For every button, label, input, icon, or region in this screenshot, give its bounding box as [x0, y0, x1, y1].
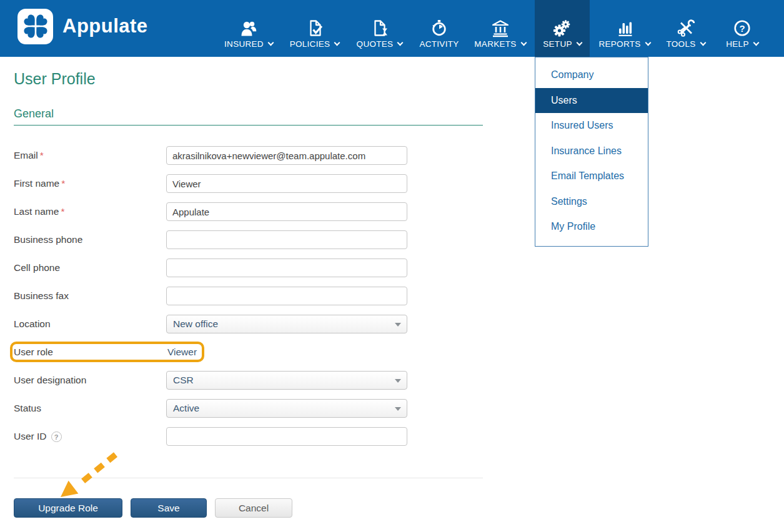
last-name-label: Last name*	[14, 206, 166, 217]
user-role-label: User role	[14, 347, 166, 358]
user-designation-label: User designation	[14, 375, 166, 386]
nav-item-help[interactable]: ? HELP	[716, 0, 768, 57]
form-row-business-phone: Business phone	[14, 230, 483, 249]
stopwatch-icon	[430, 15, 449, 37]
nav-label-setup: SETUP	[543, 39, 572, 49]
form-row-email: Email*	[14, 146, 483, 165]
nav-item-insured[interactable]: INSURED	[220, 0, 277, 57]
menu-item-settings[interactable]: Settings	[535, 189, 648, 215]
nav-item-reports[interactable]: REPORTS	[593, 0, 655, 57]
required-marker: *	[61, 206, 64, 217]
form-row-status: Status Active	[14, 399, 483, 418]
form-row-business-fax: Business fax	[14, 287, 483, 305]
chevron-down-icon	[395, 379, 401, 383]
chevron-down-icon	[520, 40, 527, 46]
status-select[interactable]: Active	[166, 399, 407, 418]
footer-divider	[14, 478, 483, 478]
brand-name: Appulate	[62, 15, 148, 37]
email-field[interactable]	[166, 146, 407, 165]
menu-item-my-profile[interactable]: My Profile	[535, 214, 648, 240]
form-row-user-id: User ID?	[14, 427, 483, 446]
menu-item-company[interactable]: Company	[535, 62, 648, 88]
email-label: Email*	[14, 150, 166, 161]
help-tooltip-icon[interactable]: ?	[51, 431, 62, 442]
nav-item-setup[interactable]: SETUP	[535, 0, 590, 57]
cell-phone-field[interactable]	[166, 259, 407, 277]
tools-icon	[677, 15, 695, 37]
business-phone-field[interactable]	[166, 230, 407, 249]
nav-item-policies[interactable]: POLICIES	[285, 0, 344, 57]
menu-item-insurance-lines[interactable]: Insurance Lines	[535, 139, 648, 164]
menu-item-users[interactable]: Users	[535, 88, 648, 114]
bar-chart-icon	[615, 15, 634, 37]
business-fax-label: Business fax	[14, 290, 166, 302]
first-name-field[interactable]	[166, 174, 407, 193]
annotation-arrow-icon	[53, 450, 128, 503]
business-phone-label: Business phone	[14, 234, 166, 245]
required-marker: *	[40, 150, 44, 160]
document-hourglass-icon	[370, 15, 389, 37]
last-name-field[interactable]	[166, 202, 407, 221]
cell-phone-label: Cell phone	[14, 262, 166, 273]
setup-dropdown-menu: Company Users Insured Users Insurance Li…	[535, 57, 648, 247]
nav-label-reports: REPORTS	[598, 39, 640, 49]
section-header-general: General	[14, 107, 483, 126]
nav-label-activity: ACTIVITY	[419, 39, 459, 49]
chevron-down-icon	[753, 40, 759, 46]
cancel-button[interactable]: Cancel	[215, 498, 292, 518]
chevron-down-icon	[267, 40, 274, 46]
nav-label-quotes: QUOTES	[357, 39, 394, 49]
form-row-first-name: First name*	[14, 174, 483, 193]
gears-icon	[552, 15, 572, 37]
chevron-down-icon	[397, 40, 404, 46]
people-icon	[239, 15, 258, 37]
question-icon: ?	[733, 15, 752, 37]
nav-item-activity[interactable]: ACTIVITY	[411, 0, 467, 57]
document-check-icon	[305, 15, 324, 37]
chevron-down-icon	[700, 40, 706, 46]
first-name-label: First name*	[14, 178, 166, 189]
form-row-last-name: Last name*	[14, 202, 483, 221]
user-role-value: Viewer	[167, 347, 197, 358]
required-marker: *	[61, 178, 65, 189]
clover-logo-icon	[17, 9, 53, 44]
form-row-user-designation: User designation CSR	[14, 371, 483, 390]
upgrade-role-button[interactable]: Upgrade Role	[14, 498, 122, 518]
nav-label-help: HELP	[726, 39, 748, 49]
app-logo[interactable]: Appulate	[17, 7, 148, 45]
chevron-down-icon	[395, 407, 401, 411]
status-label: Status	[14, 403, 166, 414]
top-navbar: Appulate INSURED POLICIES	[0, 0, 784, 57]
nav-label-markets: MARKETS	[474, 39, 516, 49]
form-row-user-role: User role Viewer	[14, 343, 483, 362]
svg-text:?: ?	[739, 23, 745, 34]
nav-label-policies: POLICIES	[290, 39, 330, 49]
user-designation-select[interactable]: CSR	[166, 371, 407, 390]
form-row-cell-phone: Cell phone	[14, 259, 483, 277]
form-row-location: Location New office	[14, 315, 483, 333]
chevron-down-icon	[576, 40, 582, 46]
menu-item-insured-users[interactable]: Insured Users	[535, 113, 648, 139]
user-designation-select-value: CSR	[173, 375, 194, 386]
user-id-field[interactable]	[166, 427, 407, 446]
location-label: Location	[14, 318, 166, 330]
location-select-value: New office	[173, 318, 218, 330]
nav-item-quotes[interactable]: QUOTES	[350, 0, 409, 57]
page-title: User Profile	[14, 70, 96, 88]
action-buttons: Upgrade Role Save Cancel	[14, 498, 292, 518]
save-button[interactable]: Save	[131, 498, 207, 518]
nav-item-tools[interactable]: TOOLS	[657, 0, 715, 57]
chevron-down-icon	[395, 323, 401, 327]
status-select-value: Active	[173, 403, 199, 414]
menu-item-email-templates[interactable]: Email Templates	[535, 164, 648, 189]
nav-label-insured: INSURED	[224, 39, 264, 49]
bank-icon	[491, 15, 510, 37]
chevron-down-icon	[645, 40, 651, 46]
location-select[interactable]: New office	[166, 315, 407, 333]
nav-label-tools: TOOLS	[666, 39, 695, 49]
nav-item-markets[interactable]: MARKETS	[470, 0, 530, 57]
user-id-label: User ID?	[14, 431, 166, 443]
business-fax-field[interactable]	[166, 287, 407, 305]
chevron-down-icon	[334, 40, 340, 46]
